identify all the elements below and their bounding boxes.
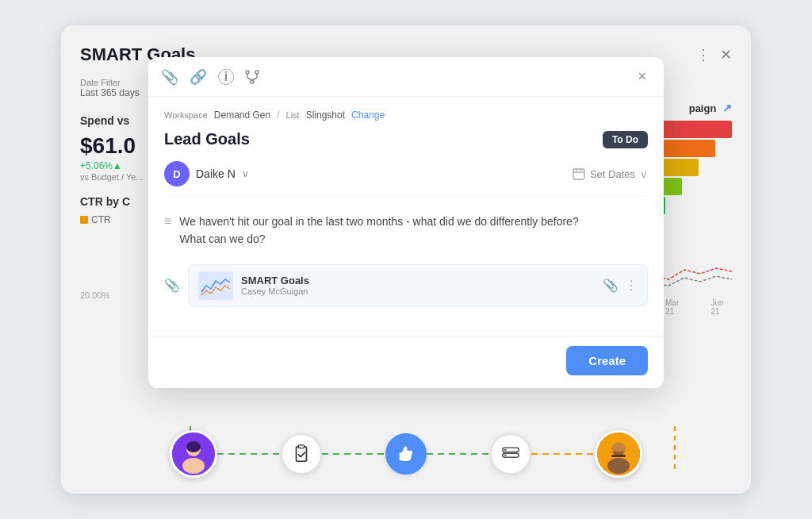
dashed-line-2: [322, 453, 385, 455]
workflow-stack-icon[interactable]: [490, 433, 531, 475]
workflow-task-icon[interactable]: [281, 433, 322, 475]
create-button[interactable]: Create: [566, 346, 648, 375]
attachment-author: Casey McGuigan: [241, 286, 595, 296]
status-badge[interactable]: To Do: [603, 131, 648, 148]
svg-rect-16: [297, 447, 307, 461]
assignee-row: D Daike N ∨ Set Dates ∨: [164, 161, 648, 197]
set-dates-button[interactable]: Set Dates ∨: [573, 167, 648, 180]
attachment-card[interactable]: SMART Goals Casey McGuigan 📎 ⋮: [188, 264, 648, 307]
svg-rect-7: [573, 169, 584, 179]
modal-close-button[interactable]: ×: [633, 67, 651, 86]
svg-line-4: [247, 78, 252, 80]
task-modal: 📎 🔗 i ×: [148, 57, 664, 388]
attachment-more-icon[interactable]: ⋮: [625, 278, 638, 293]
modal-footer: Create: [148, 336, 664, 388]
assignee-info: D Daike N ∨: [164, 161, 249, 186]
task-header: Lead Goals To Do: [164, 130, 648, 148]
svg-point-1: [255, 71, 259, 74]
task-title: Lead Goals: [164, 130, 250, 148]
avatar: D: [164, 161, 190, 186]
attachment-thumbnail: [198, 271, 233, 300]
attachment-info: SMART Goals Casey McGuigan: [241, 275, 595, 296]
svg-point-14: [182, 458, 205, 474]
clip-icon: 📎: [164, 278, 180, 293]
chevron-down-icon: ∨: [640, 168, 648, 180]
attachment-actions: 📎 ⋮: [603, 278, 638, 293]
branch-icon[interactable]: [245, 68, 259, 85]
connector-2: [322, 453, 385, 455]
attachment-icon[interactable]: 📎: [161, 68, 178, 86]
svg-rect-21: [504, 449, 506, 451]
svg-rect-26: [611, 455, 626, 457]
modal-toolbar: 📎 🔗 i ×: [148, 57, 664, 97]
breadcrumb-change-button[interactable]: Change: [351, 110, 385, 121]
clipboard-check-icon: [292, 444, 311, 463]
svg-point-0: [246, 71, 249, 74]
workflow-strip: [61, 414, 751, 494]
task-description: We haven't hit our goal in the last two …: [179, 213, 578, 248]
assignee-chevron-icon[interactable]: ∨: [242, 168, 249, 179]
info-icon[interactable]: i: [218, 69, 234, 85]
svg-rect-22: [504, 455, 506, 456]
svg-rect-17: [298, 445, 304, 448]
calendar-icon: [573, 167, 585, 180]
workflow-person-female: [170, 430, 217, 478]
breadcrumb: Workspace Demand Gen / List Slingshot Ch…: [164, 110, 648, 121]
workflow-person-male: [595, 430, 642, 478]
svg-point-2: [251, 80, 254, 83]
assignee-name[interactable]: Daike N: [196, 167, 236, 180]
svg-rect-18: [400, 452, 403, 460]
dashed-line-3: [427, 453, 490, 455]
workflow-like-icon[interactable]: [385, 433, 427, 475]
description-icon: ≡: [164, 214, 171, 248]
connector-1: [217, 453, 281, 455]
svg-rect-11: [200, 273, 232, 298]
attachment-link-icon[interactable]: 📎: [603, 278, 619, 293]
main-container: SMART Goals ⋮ ✕ Date Filter Last 365 day…: [61, 25, 751, 494]
stack-icon: [501, 444, 520, 463]
dashed-line-1: [217, 453, 281, 455]
connector-4: [531, 453, 595, 455]
svg-point-25: [607, 458, 630, 474]
modal-body: Workspace Demand Gen / List Slingshot Ch…: [148, 97, 664, 336]
task-description-section: ≡ We haven't hit our goal in the last tw…: [164, 213, 648, 248]
dashed-line-4: [531, 453, 595, 455]
link-icon[interactable]: 🔗: [190, 68, 207, 86]
attachment-row: 📎 SMART Goals Casey McGuigan: [164, 264, 648, 307]
attachment-title: SMART Goals: [241, 275, 595, 286]
connector-3: [427, 453, 490, 455]
svg-line-6: [252, 78, 257, 80]
thumbs-up-icon: [396, 444, 416, 463]
